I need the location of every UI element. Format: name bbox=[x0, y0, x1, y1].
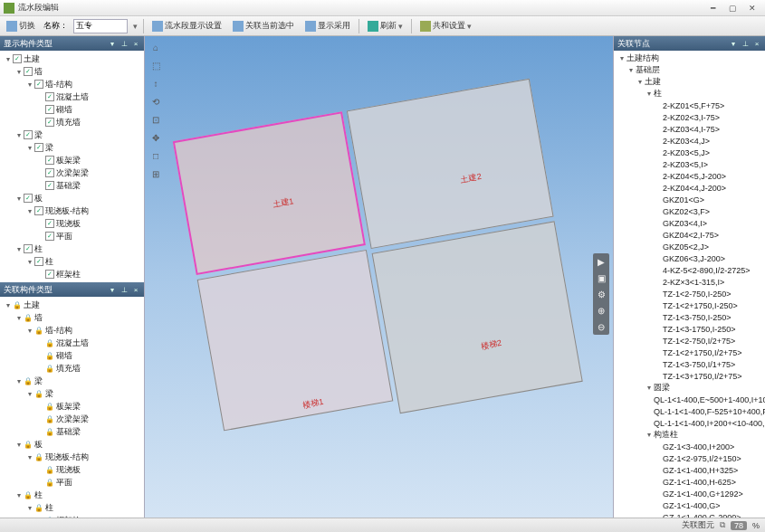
checkbox[interactable]: ✓ bbox=[45, 168, 54, 177]
tree-node[interactable]: ▾🔒土建 bbox=[0, 299, 144, 311]
model-3d[interactable]: 土建1 土建2 楼梯1 楼梯2 bbox=[172, 79, 585, 462]
viewport-tool-icon[interactable]: ⬚ bbox=[148, 58, 163, 72]
tree-node[interactable]: ▾✓现浇板-结构 bbox=[0, 204, 144, 217]
checkbox[interactable]: ✓ bbox=[24, 67, 33, 76]
panel-close-icon[interactable]: × bbox=[752, 39, 761, 48]
refresh-button[interactable]: 刷新▾ bbox=[365, 18, 406, 34]
assoc-node[interactable]: ▾土建 bbox=[614, 76, 765, 88]
expand-icon[interactable]: ▾ bbox=[25, 453, 34, 461]
assoc-node[interactable]: QL-1-1<1-400,I+200+<10-400,I+200> bbox=[614, 417, 765, 429]
assoc-node[interactable]: GKZ05<2,J> bbox=[614, 241, 765, 252]
assoc-node[interactable]: QL-1<1-400,E~500+1-400,I+100> bbox=[614, 394, 765, 405]
tree-node[interactable]: ▾✓柱 bbox=[0, 255, 144, 268]
assoc-node[interactable]: GZ-1<1-400,H-625> bbox=[614, 476, 765, 488]
name-select[interactable] bbox=[73, 19, 128, 33]
assoc-node[interactable]: 2-KZ04<5,J-200> bbox=[614, 170, 765, 182]
checkbox[interactable]: ✓ bbox=[45, 181, 54, 190]
assoc-node[interactable]: TZ-1<3+1750,I/2+75> bbox=[614, 370, 765, 382]
checkbox[interactable]: ✓ bbox=[45, 232, 54, 241]
expand-icon[interactable]: ▾ bbox=[25, 207, 34, 215]
tree-node[interactable]: 🔒平面 bbox=[0, 476, 144, 489]
panel-drop-icon[interactable]: ▾ bbox=[108, 39, 117, 48]
tree-node[interactable]: ✓框架柱 bbox=[0, 268, 144, 280]
panel-pin-icon[interactable]: ⊥ bbox=[120, 285, 129, 294]
tree-node[interactable]: ✓平面 bbox=[0, 230, 144, 242]
assoc-node[interactable]: ▾基础层 bbox=[614, 64, 765, 76]
tree-node[interactable]: ▾✓板 bbox=[0, 192, 144, 204]
tree-node[interactable]: ✓基础梁 bbox=[0, 179, 144, 192]
checkbox[interactable]: ✓ bbox=[13, 54, 22, 63]
viewport-tool-icon[interactable]: ▣ bbox=[593, 270, 609, 286]
checkbox[interactable]: ✓ bbox=[34, 257, 43, 266]
assoc-node[interactable]: 2-KZ03<5,I> bbox=[614, 158, 765, 170]
assoc-node[interactable]: ▾土建结构 bbox=[614, 52, 765, 64]
checkbox[interactable]: ✓ bbox=[45, 105, 54, 114]
panel-pin-icon[interactable]: ⊥ bbox=[120, 39, 129, 48]
assoc-node[interactable]: QL-1-1<1-400,F-525+10+400,F-525> bbox=[614, 405, 765, 417]
viewport-tool-icon[interactable]: ⚙ bbox=[593, 286, 609, 302]
expand-icon[interactable]: ▾ bbox=[14, 314, 24, 322]
expand-icon[interactable]: ▾ bbox=[25, 327, 34, 335]
assoc-node[interactable]: GZ-1<1-400,H+325> bbox=[614, 464, 765, 476]
viewport-tool-icon[interactable]: ↕ bbox=[148, 76, 163, 90]
expand-icon[interactable]: ▾ bbox=[645, 90, 654, 98]
expand-icon[interactable]: ▾ bbox=[4, 55, 13, 63]
checkbox[interactable]: ✓ bbox=[24, 244, 33, 253]
tree-node[interactable]: ▾🔒柱 bbox=[0, 501, 144, 514]
tree-setting-button[interactable]: 共和设置▾ bbox=[417, 18, 474, 34]
close-icon[interactable]: ✕ bbox=[743, 2, 761, 14]
tree-node[interactable]: 🔒次梁架梁 bbox=[0, 413, 144, 425]
assoc-node[interactable]: TZ-1<2-750,I/2+75> bbox=[614, 335, 765, 347]
checkbox[interactable]: ✓ bbox=[45, 118, 54, 127]
assoc-node[interactable]: GKZ01<G> bbox=[614, 194, 765, 205]
expand-icon[interactable]: ▾ bbox=[14, 377, 24, 385]
expand-icon[interactable]: ▾ bbox=[14, 131, 24, 139]
tree-node[interactable]: ✓填充墙 bbox=[0, 116, 144, 128]
minimize-icon[interactable]: ━ bbox=[703, 2, 722, 14]
expand-icon[interactable]: ▾ bbox=[626, 66, 636, 74]
expand-icon[interactable]: ▾ bbox=[14, 195, 24, 203]
expand-icon[interactable]: ▾ bbox=[617, 54, 626, 62]
tree-node[interactable]: 🔒混凝土墙 bbox=[0, 337, 144, 349]
viewport-tool-icon[interactable]: ⊡ bbox=[148, 112, 163, 127]
checkbox[interactable]: ✓ bbox=[45, 270, 54, 279]
expand-icon[interactable]: ▾ bbox=[14, 245, 24, 253]
expand-icon[interactable]: ▾ bbox=[25, 504, 34, 512]
viewport-tool-icon[interactable]: ⊖ bbox=[593, 318, 609, 335]
checkbox[interactable]: ✓ bbox=[45, 219, 54, 228]
assoc-node[interactable]: TZ-1<3-750,I-250> bbox=[614, 311, 765, 323]
assoc-node[interactable]: 2-KZ×3<1-315,I> bbox=[614, 276, 765, 288]
assoc-node[interactable]: 2-KZ03<4,I-75> bbox=[614, 123, 765, 135]
assoc-node[interactable]: 2-KZ01<5,F+75> bbox=[614, 100, 765, 111]
tree-node[interactable]: ▾✓土建 bbox=[0, 52, 144, 65]
expand-icon[interactable]: ▾ bbox=[25, 258, 34, 266]
checkbox[interactable]: ✓ bbox=[45, 156, 54, 165]
assoc-node[interactable]: TZ-1<2+1750,I/2+75> bbox=[614, 347, 765, 358]
status-assoc[interactable]: 关联图元 bbox=[682, 519, 714, 531]
checkbox[interactable]: ✓ bbox=[34, 206, 43, 215]
assoc-node[interactable]: GKZ04<2,I-75> bbox=[614, 229, 765, 241]
display-tree[interactable]: ▾✓土建▾✓墙▾✓墙-结构✓混凝土墙✓砌墙✓填充墙▾✓梁▾✓梁✓板架梁✓次梁架梁… bbox=[0, 51, 144, 282]
tree-node[interactable]: ▾🔒墙-结构 bbox=[0, 324, 144, 337]
tree-node[interactable]: ✓砌墙 bbox=[0, 103, 144, 116]
assoc-node[interactable]: GKZ02<3,F> bbox=[614, 205, 765, 217]
tree-node[interactable]: ✓次梁架梁 bbox=[0, 166, 144, 179]
checkbox[interactable]: ✓ bbox=[45, 92, 54, 101]
expand-icon[interactable]: ▾ bbox=[645, 384, 654, 392]
tree-node[interactable]: 🔒填充墙 bbox=[0, 362, 144, 375]
viewport-tool-icon[interactable]: ⊕ bbox=[593, 302, 609, 318]
viewport-tool-icon[interactable]: ▶ bbox=[593, 253, 609, 270]
expand-icon[interactable]: ▾ bbox=[25, 390, 34, 398]
viewport-tool-icon[interactable]: ⟲ bbox=[148, 94, 163, 109]
tree-node[interactable]: ▾✓梁 bbox=[0, 128, 144, 141]
assoc-node[interactable]: TZ-1<3-1750,I-250> bbox=[614, 323, 765, 335]
tree-node[interactable]: 🔒基础梁 bbox=[0, 425, 144, 438]
panel-drop-icon[interactable]: ▾ bbox=[108, 285, 117, 294]
assoc-node[interactable]: 2-KZ04<4,J-200> bbox=[614, 182, 765, 194]
checkbox[interactable]: ✓ bbox=[34, 143, 43, 152]
expand-icon[interactable]: ▾ bbox=[645, 431, 654, 439]
tree-node[interactable]: ▾✓墙-结构 bbox=[0, 78, 144, 90]
tree-node[interactable]: ▾🔒墙 bbox=[0, 311, 144, 324]
tree-node[interactable]: 🔒砌墙 bbox=[0, 349, 144, 362]
assoc-node[interactable]: 4-KZ-5<2-890,I/2-2725> bbox=[614, 264, 765, 276]
